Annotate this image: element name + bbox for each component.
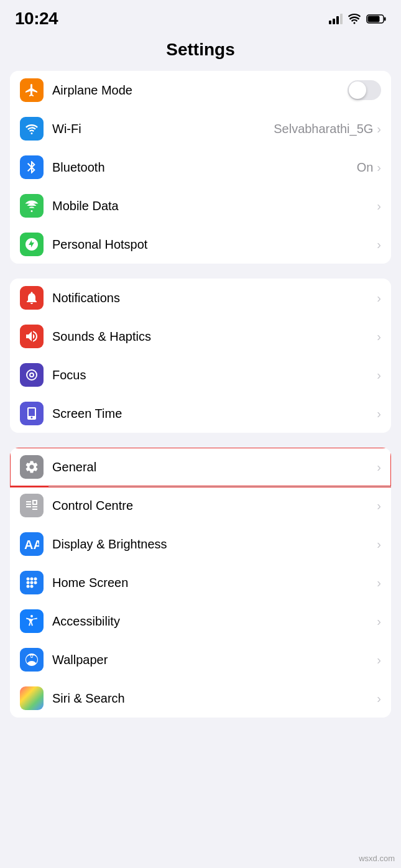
focus-chevron: ›: [377, 369, 381, 381]
svg-point-6: [34, 578, 37, 581]
signal-icon: [329, 13, 343, 24]
bluetooth-row[interactable]: Bluetooth On ›: [10, 148, 391, 187]
sounds-icon: [20, 325, 44, 348]
status-bar: 10:24: [0, 0, 401, 34]
svg-point-8: [30, 581, 34, 584]
mobile-data-label: Mobile Data: [52, 199, 377, 213]
bluetooth-value: On: [357, 160, 374, 175]
airplane-mode-toggle[interactable]: [348, 80, 381, 100]
focus-label: Focus: [52, 368, 377, 382]
wallpaper-label: Wallpaper: [52, 653, 377, 667]
svg-point-10: [27, 585, 30, 588]
control-centre-label: Control Centre: [52, 499, 377, 513]
hotspot-icon: [20, 233, 44, 256]
personal-hotspot-row[interactable]: Personal Hotspot ›: [10, 225, 391, 264]
bluetooth-icon: [20, 155, 44, 179]
display-brightness-label: Display & Brightness: [52, 537, 377, 552]
home-screen-icon: [20, 571, 44, 594]
siri-search-row[interactable]: Siri & Search ›: [10, 679, 391, 718]
svg-point-5: [30, 578, 34, 581]
personal-hotspot-label: Personal Hotspot: [52, 238, 377, 252]
wifi-value: Selvabharathi_5G: [274, 122, 373, 136]
mobile-data-icon: [20, 194, 44, 218]
wallpaper-chevron: ›: [377, 653, 381, 666]
home-screen-chevron: ›: [377, 576, 381, 589]
home-screen-label: Home Screen: [52, 576, 377, 590]
general-group: General › Control Centre › AA Display & …: [10, 448, 391, 718]
accessibility-icon: [20, 609, 44, 633]
svg-text:AA: AA: [24, 538, 39, 552]
svg-rect-2: [368, 16, 380, 22]
svg-point-11: [30, 585, 34, 588]
wallpaper-row[interactable]: Wallpaper ›: [10, 640, 391, 679]
screen-time-label: Screen Time: [52, 407, 377, 421]
svg-point-7: [27, 581, 30, 584]
wifi-label: Wi-Fi: [52, 122, 274, 136]
display-brightness-icon: AA: [20, 532, 44, 556]
focus-icon: [20, 363, 44, 387]
accessibility-label: Accessibility: [52, 614, 377, 629]
page-title: Settings: [0, 34, 401, 71]
screen-time-icon: [20, 402, 44, 425]
airplane-mode-icon: [20, 78, 44, 102]
battery-icon: [366, 13, 386, 24]
general-icon: [20, 455, 44, 479]
wifi-chevron: ›: [377, 122, 381, 135]
sounds-haptics-label: Sounds & Haptics: [52, 330, 377, 344]
notifications-label: Notifications: [52, 291, 377, 305]
wifi-row[interactable]: Wi-Fi Selvabharathi_5G ›: [10, 109, 391, 148]
general-chevron: ›: [377, 461, 381, 473]
airplane-mode-label: Airplane Mode: [52, 83, 348, 98]
svg-point-9: [34, 581, 37, 584]
siri-search-chevron: ›: [377, 692, 381, 704]
airplane-mode-row[interactable]: Airplane Mode: [10, 71, 391, 109]
display-brightness-row[interactable]: AA Display & Brightness ›: [10, 525, 391, 563]
bluetooth-label: Bluetooth: [52, 160, 357, 175]
mobile-data-chevron: ›: [377, 200, 381, 212]
bluetooth-chevron: ›: [377, 161, 381, 173]
sounds-haptics-chevron: ›: [377, 330, 381, 343]
personal-hotspot-chevron: ›: [377, 238, 381, 251]
home-screen-row[interactable]: Home Screen ›: [10, 563, 391, 602]
sounds-haptics-row[interactable]: Sounds & Haptics ›: [10, 317, 391, 356]
control-centre-chevron: ›: [377, 499, 381, 512]
notifications-group: Notifications › Sounds & Haptics › Focus…: [10, 279, 391, 433]
notifications-chevron: ›: [377, 292, 381, 304]
notifications-row[interactable]: Notifications ›: [10, 279, 391, 317]
general-row[interactable]: General ›: [10, 448, 391, 486]
watermark: wsxd.com: [359, 854, 395, 863]
wifi-icon: [20, 117, 44, 141]
mobile-data-row[interactable]: Mobile Data ›: [10, 187, 391, 225]
svg-point-4: [27, 578, 30, 581]
accessibility-row[interactable]: Accessibility ›: [10, 602, 391, 640]
siri-search-label: Siri & Search: [52, 691, 377, 706]
screen-time-chevron: ›: [377, 407, 381, 420]
focus-row[interactable]: Focus ›: [10, 356, 391, 394]
notifications-icon: [20, 286, 44, 310]
accessibility-chevron: ›: [377, 615, 381, 627]
connectivity-group: Airplane Mode Wi-Fi Selvabharathi_5G › B…: [10, 71, 391, 264]
general-label: General: [52, 460, 377, 474]
control-centre-icon: [20, 494, 44, 517]
siri-icon: [20, 686, 44, 710]
wifi-status-icon: [348, 13, 361, 24]
control-centre-row[interactable]: Control Centre ›: [10, 486, 391, 525]
status-icons: [329, 13, 386, 24]
display-brightness-chevron: ›: [377, 538, 381, 550]
wallpaper-icon: [20, 648, 44, 672]
status-time: 10:24: [15, 9, 58, 29]
screen-time-row[interactable]: Screen Time ›: [10, 394, 391, 433]
svg-rect-1: [384, 17, 386, 21]
